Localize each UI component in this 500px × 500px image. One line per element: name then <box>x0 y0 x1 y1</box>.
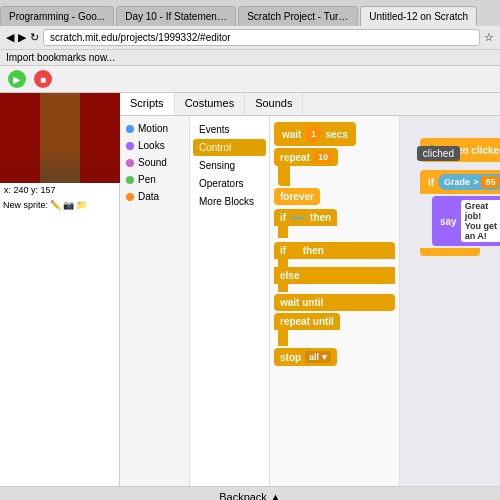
palette-if-else-block[interactable]: if then else <box>274 242 395 292</box>
data-label: Data <box>138 191 159 202</box>
green-flag-button[interactable]: ▶ <box>8 70 26 88</box>
scripts-panel: Scripts Costumes Sounds Motion Looks <box>120 93 500 486</box>
scratch-header: ▶ ■ <box>0 66 500 93</box>
browser-tab-1[interactable]: Programming - Goo... <box>0 6 114 26</box>
motion-label: Motion <box>138 123 168 134</box>
refresh-icon[interactable]: ↻ <box>30 31 39 44</box>
stage-canvas <box>0 93 120 183</box>
if-condition <box>290 217 306 219</box>
browser-tab-4[interactable]: Untitled-12 on Scratch <box>360 6 477 26</box>
stage-area: x: 240 y: 157 New sprite: ✏️ 📷 📁 <box>0 93 120 486</box>
looks-label: Looks <box>138 140 165 151</box>
backpack-bar[interactable]: Backpack ▲ <box>0 486 500 500</box>
say-text-value: Great job! You get an A! <box>461 200 500 242</box>
if-label-1: if <box>280 212 286 223</box>
grade-value: 85 <box>481 176 499 188</box>
data-dot <box>126 193 134 201</box>
scratch-body: x: 240 y: 157 New sprite: ✏️ 📷 📁 Scripts… <box>0 93 500 486</box>
category-sound[interactable]: Sound <box>120 154 189 171</box>
if-grade-block[interactable]: if Grade > 85 then <box>420 170 500 194</box>
then-label-2: then <box>303 245 324 256</box>
backpack-label: Backpack <box>219 491 267 500</box>
if-block-container[interactable]: if Grade > 85 then <box>420 170 500 256</box>
grade-variable: Grade <box>444 177 470 187</box>
if-close-cap <box>420 248 480 256</box>
y-label: y: <box>31 185 38 195</box>
y-value: 157 <box>41 185 56 195</box>
category-looks[interactable]: Looks <box>120 137 189 154</box>
pen-label: Pen <box>138 174 156 185</box>
stage-controls: New sprite: ✏️ 📷 📁 <box>0 197 119 213</box>
motion-dot <box>126 125 134 133</box>
forward-icon[interactable]: ▶ <box>18 31 26 44</box>
tab-scripts[interactable]: Scripts <box>120 93 175 115</box>
browser-address-bar: ◀ ▶ ↻ ☆ <box>0 26 500 50</box>
palette-forever-block[interactable]: forever <box>274 188 395 205</box>
bookmarks-bar: Import bookmarks now... <box>0 50 500 66</box>
stop-icon: ■ <box>40 74 46 85</box>
folder-icon[interactable]: 📁 <box>76 200 87 210</box>
then-label-1: then <box>310 212 331 223</box>
curtain-right <box>80 93 120 183</box>
curtain-left <box>0 93 40 183</box>
subcat-control[interactable]: Control <box>193 139 266 156</box>
palette-repeat-block[interactable]: repeat 10 <box>274 148 395 186</box>
stage-background <box>0 93 120 183</box>
tab-sounds[interactable]: Sounds <box>245 93 303 115</box>
subcat-events[interactable]: Events <box>193 121 266 138</box>
wait-secs: secs <box>325 129 347 140</box>
tab-costumes[interactable]: Costumes <box>175 93 246 115</box>
browser-tab-3[interactable]: Scratch Project - Turn In... <box>238 6 358 26</box>
looks-dot <box>126 142 134 150</box>
wait-num: 1 <box>305 126 321 142</box>
panel-tabs: Scripts Costumes Sounds <box>120 93 500 116</box>
bookmarks-text: Import bookmarks now... <box>6 52 115 63</box>
panel-body: Motion Looks Sound Pen <box>120 116 500 486</box>
tooltip: cliched <box>417 146 460 161</box>
category-motion[interactable]: Motion <box>120 120 189 137</box>
browser-tab-2[interactable]: Day 10 - If Statements &... <box>116 6 236 26</box>
back-icon[interactable]: ◀ <box>6 31 14 44</box>
camera-icon[interactable]: 📷 <box>63 200 74 210</box>
greater-than-op: > <box>473 177 478 187</box>
sound-dot <box>126 159 134 167</box>
sound-label: Sound <box>138 157 167 168</box>
palette-if-block[interactable]: if then <box>274 209 395 238</box>
script-editor[interactable]: ⚑ when clicked if Grade > 85 <box>400 116 500 486</box>
palette-repeat-until-block[interactable]: repeat until <box>274 313 395 346</box>
category-pen[interactable]: Pen <box>120 171 189 188</box>
repeat-label: repeat <box>280 152 310 163</box>
palette-wait-until-block[interactable]: wait until <box>274 294 395 311</box>
subcat-operators[interactable]: Operators <box>193 175 266 192</box>
forever-label: forever <box>274 188 320 205</box>
sprite-coordinates: x: 240 y: 157 <box>0 183 119 197</box>
palette-stop-block[interactable]: stop all ▾ <box>274 348 395 366</box>
x-label: x: <box>4 185 11 195</box>
palette-wait-block[interactable]: wait 1 secs <box>274 122 395 146</box>
repeat-until-label: repeat until <box>280 316 334 327</box>
grade-condition: Grade > 85 <box>438 174 500 190</box>
browser-tab-bar: Programming - Goo... Day 10 - If Stateme… <box>0 0 500 26</box>
pen-dot <box>126 176 134 184</box>
backpack-chevron-icon: ▲ <box>270 491 281 500</box>
wait-label: wait <box>282 129 301 140</box>
star-icon[interactable]: ☆ <box>484 31 494 44</box>
stop-button[interactable]: ■ <box>34 70 52 88</box>
green-flag-icon: ▶ <box>13 74 21 85</box>
subcat-sensing[interactable]: Sensing <box>193 157 266 174</box>
block-categories: Motion Looks Sound Pen <box>120 116 190 486</box>
blocks-palette: wait 1 secs repeat 10 <box>270 116 400 486</box>
if-keyword: if <box>428 177 434 188</box>
repeat-num: 10 <box>314 151 332 163</box>
if-label-2: if <box>280 245 286 256</box>
stop-all-label: all ▾ <box>305 351 331 363</box>
subcat-more-blocks[interactable]: More Blocks <box>193 193 266 210</box>
brush-icon[interactable]: ✏️ <box>50 200 61 210</box>
say-block[interactable]: say Great job! You get an A! for 2 secs <box>432 196 500 246</box>
category-data[interactable]: Data <box>120 188 189 205</box>
new-sprite-label: New sprite: <box>3 200 48 210</box>
browser-chrome: Programming - Goo... Day 10 - If Stateme… <box>0 0 500 66</box>
url-input[interactable] <box>43 29 480 46</box>
x-value: 240 <box>14 185 29 195</box>
block-subcategories: Events Control Sensing Operators More Bl… <box>190 116 270 486</box>
